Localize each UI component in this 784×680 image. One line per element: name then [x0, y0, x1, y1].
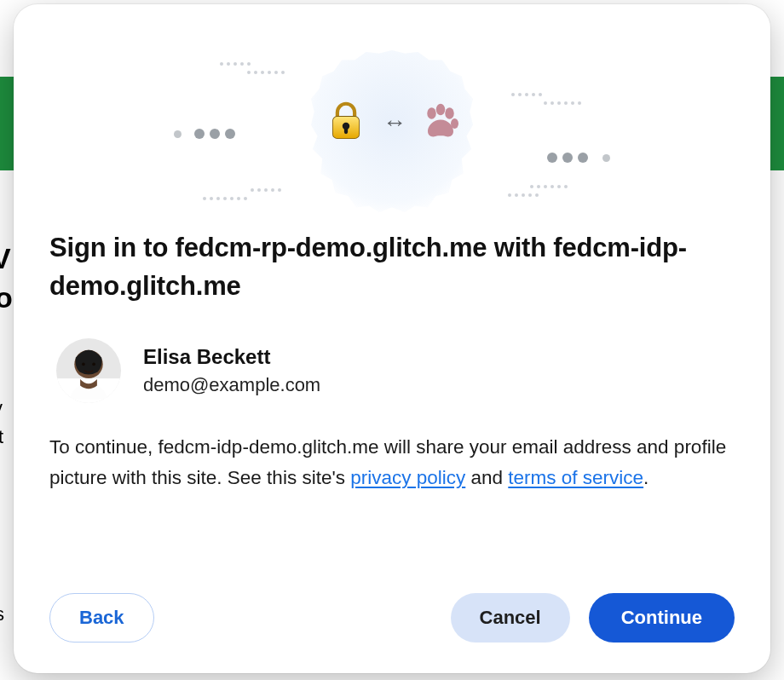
bidirectional-arrow-icon: ↔: [383, 109, 406, 136]
title-mid: with: [487, 233, 553, 262]
continue-button[interactable]: Continue: [589, 593, 735, 643]
dialog-hero-illustration: ↔: [49, 42, 735, 221]
bg-text-fragment: t: [0, 426, 3, 448]
signin-dialog: ↔ Sign in to fedcm-rp-demo.glitch.me: [14, 4, 770, 673]
paw-icon: [420, 101, 461, 145]
rp-domain: fedcm-rp-demo.glitch.me: [176, 233, 487, 262]
hero-badge: ↔: [311, 50, 473, 212]
svg-point-4: [427, 107, 436, 119]
privacy-policy-link[interactable]: privacy policy: [350, 467, 465, 488]
svg-point-6: [445, 107, 454, 119]
bg-text-fragment: o: [0, 281, 13, 314]
account-name: Elisa Beckett: [143, 345, 320, 369]
bg-text-fragment: V: [0, 242, 11, 275]
back-button[interactable]: Back: [49, 593, 154, 643]
title-prefix: Sign in to: [49, 233, 176, 262]
cancel-button[interactable]: Cancel: [451, 593, 570, 643]
svg-rect-3: [344, 128, 348, 135]
avatar: [56, 338, 121, 403]
terms-of-service-link[interactable]: terms of service: [508, 467, 643, 488]
svg-point-11: [82, 362, 85, 366]
svg-point-5: [436, 104, 446, 116]
lock-icon: [323, 98, 369, 147]
idp-domain-inline: fedcm-idp-demo.glitch.me: [159, 436, 379, 458]
bg-text-fragment: v: [0, 397, 3, 419]
dialog-footer: Back Cancel Continue: [49, 568, 735, 643]
disclosure-text: To continue, fedcm-idp-demo.glitch.me wi…: [49, 432, 735, 493]
account-row: Elisa Beckett demo@example.com: [49, 338, 735, 403]
account-email: demo@example.com: [143, 374, 320, 396]
bg-text-fragment: s: [0, 603, 4, 625]
dialog-title: Sign in to fedcm-rp-demo.glitch.me with …: [49, 229, 735, 306]
svg-point-12: [92, 362, 95, 366]
